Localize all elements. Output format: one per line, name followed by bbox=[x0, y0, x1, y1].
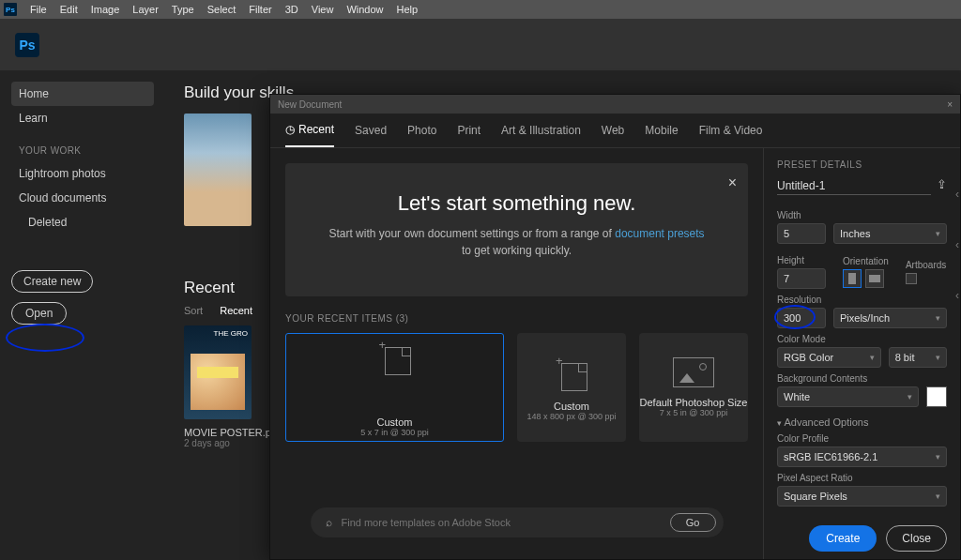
menubar: Ps File Edit Image Layer Type Select Fil… bbox=[0, 0, 961, 19]
menu-view[interactable]: View bbox=[312, 4, 334, 15]
sidebar-item-learn[interactable]: Learn bbox=[11, 106, 154, 130]
flyout-handle-icon[interactable]: ‹ bbox=[955, 238, 959, 251]
tab-recent[interactable]: ◷Recent bbox=[285, 123, 334, 147]
height-input[interactable] bbox=[777, 268, 826, 289]
recent-file-poster[interactable] bbox=[184, 325, 252, 419]
menu-filter[interactable]: Filter bbox=[249, 4, 271, 15]
sort-label: Sort bbox=[184, 305, 203, 316]
welcome-banner: × Let's start something new. Start with … bbox=[285, 163, 748, 296]
orientation-portrait[interactable] bbox=[843, 269, 862, 288]
bg-contents-select[interactable]: White▾ bbox=[777, 386, 919, 407]
resolution-label: Resolution bbox=[777, 295, 947, 305]
clock-icon: ◷ bbox=[285, 123, 295, 136]
go-button[interactable]: Go bbox=[670, 513, 716, 532]
search-icon: ⌕ bbox=[326, 516, 332, 529]
banner-close-icon[interactable]: × bbox=[728, 174, 737, 191]
export-preset-icon[interactable]: ⇪ bbox=[937, 177, 947, 195]
color-profile-label: Color Profile bbox=[777, 433, 947, 444]
dialog-close-icon[interactable]: × bbox=[947, 99, 953, 110]
bit-depth-select[interactable]: 8 bit▾ bbox=[889, 347, 947, 368]
color-mode-label: Color Mode bbox=[777, 334, 947, 344]
annotation-create-new bbox=[6, 324, 84, 352]
menu-file[interactable]: File bbox=[30, 4, 47, 15]
ps-logo-icon: Ps bbox=[15, 33, 39, 57]
sidebar-hdr-your-work: YOUR WORK bbox=[19, 145, 154, 156]
pixel-aspect-label: Pixel Aspect Ratio bbox=[777, 473, 947, 483]
document-icon: + bbox=[556, 354, 587, 391]
document-presets-link[interactable]: document presets bbox=[615, 227, 704, 240]
tab-film[interactable]: Film & Video bbox=[699, 123, 763, 147]
resolution-input[interactable] bbox=[777, 308, 826, 328]
recent-items-label: YOUR RECENT ITEMS (3) bbox=[285, 313, 748, 324]
width-input[interactable] bbox=[777, 223, 826, 244]
color-profile-select[interactable]: sRGB IEC61966-2.1▾ bbox=[777, 446, 947, 467]
skills-thumb[interactable] bbox=[184, 114, 252, 226]
flyout-handle-icon[interactable]: ‹ bbox=[955, 188, 959, 201]
color-mode-select[interactable]: RGB Color▾ bbox=[777, 347, 881, 368]
resolution-unit-select[interactable]: Pixels/Inch▾ bbox=[833, 308, 947, 328]
dialog-left: × Let's start something new. Start with … bbox=[270, 148, 763, 559]
menu-help[interactable]: Help bbox=[397, 4, 419, 15]
tab-photo[interactable]: Photo bbox=[407, 123, 436, 147]
menu-layer[interactable]: Layer bbox=[132, 4, 159, 15]
sidebar-item-deleted[interactable]: Deleted bbox=[11, 210, 154, 235]
pixel-aspect-select[interactable]: Square Pixels▾ bbox=[777, 486, 947, 507]
artboards-label: Artboards bbox=[906, 260, 946, 270]
image-icon bbox=[673, 357, 714, 387]
bg-contents-label: Background Contents bbox=[777, 373, 947, 384]
dialog-tabs: ◷Recent Saved Photo Print Art & Illustra… bbox=[270, 114, 960, 148]
sidebar-item-cloud[interactable]: Cloud documents bbox=[11, 186, 154, 210]
close-button[interactable]: Close bbox=[886, 525, 947, 552]
menu-select[interactable]: Select bbox=[207, 4, 236, 15]
artboards-checkbox[interactable] bbox=[906, 273, 917, 284]
banner-heading: Let's start something new. bbox=[323, 191, 710, 216]
tab-print[interactable]: Print bbox=[457, 123, 480, 147]
app-header: Ps bbox=[0, 19, 961, 70]
create-button[interactable]: Create bbox=[809, 525, 877, 552]
open-button[interactable]: Open bbox=[11, 302, 67, 325]
advanced-options-toggle[interactable]: Advanced Options bbox=[777, 416, 947, 428]
sidebar-item-lightroom[interactable]: Lightroom photos bbox=[11, 161, 154, 186]
menu-type[interactable]: Type bbox=[172, 4, 194, 15]
home-sidebar: Home Learn YOUR WORK Lightroom photos Cl… bbox=[0, 70, 165, 560]
preset-card-default[interactable]: Default Photoshop Size7 x 5 in @ 300 ppi bbox=[639, 333, 748, 442]
bg-color-swatch[interactable] bbox=[926, 386, 947, 407]
menu-edit[interactable]: Edit bbox=[60, 4, 78, 15]
stock-search-input[interactable] bbox=[342, 517, 661, 528]
width-label: Width bbox=[777, 210, 947, 220]
banner-text: Start with your own document settings or… bbox=[323, 225, 710, 259]
menu-window[interactable]: Window bbox=[346, 4, 383, 15]
height-label: Height bbox=[777, 255, 826, 265]
tab-mobile[interactable]: Mobile bbox=[645, 123, 678, 147]
document-icon: + bbox=[379, 338, 411, 375]
flyout-handle-icon[interactable]: ‹ bbox=[955, 289, 959, 302]
preset-card-custom-148x800[interactable]: + Custom148 x 800 px @ 300 ppi bbox=[517, 333, 626, 442]
tab-web[interactable]: Web bbox=[602, 123, 624, 147]
tab-art[interactable]: Art & Illustration bbox=[501, 123, 581, 147]
preset-details-panel: PRESET DETAILS ⇪ Width Inches▾ Height Or… bbox=[763, 148, 960, 559]
document-name-input[interactable] bbox=[777, 177, 931, 195]
menu-image[interactable]: Image bbox=[91, 4, 120, 15]
tab-saved[interactable]: Saved bbox=[355, 123, 387, 147]
dialog-title: New Document bbox=[278, 99, 342, 110]
preset-details-hdr: PRESET DETAILS bbox=[777, 159, 947, 170]
stock-search-bar: ⌕ Go bbox=[311, 507, 724, 537]
width-unit-select[interactable]: Inches▾ bbox=[833, 223, 947, 244]
create-new-button[interactable]: Create new bbox=[11, 270, 93, 293]
menu-3d[interactable]: 3D bbox=[285, 4, 298, 15]
ps-tiny-icon: Ps bbox=[4, 3, 17, 16]
new-document-dialog: New Document × ◷Recent Saved Photo Print… bbox=[269, 94, 961, 560]
flyout-handles: ‹ ‹ ‹ bbox=[955, 188, 959, 302]
orientation-landscape[interactable] bbox=[865, 269, 884, 288]
sort-recent[interactable]: Recent bbox=[220, 305, 252, 316]
orientation-label: Orientation bbox=[843, 256, 889, 266]
sidebar-item-home[interactable]: Home bbox=[11, 82, 154, 106]
preset-card-custom-5x7[interactable]: + Custom5 x 7 in @ 300 ppi bbox=[285, 333, 504, 442]
